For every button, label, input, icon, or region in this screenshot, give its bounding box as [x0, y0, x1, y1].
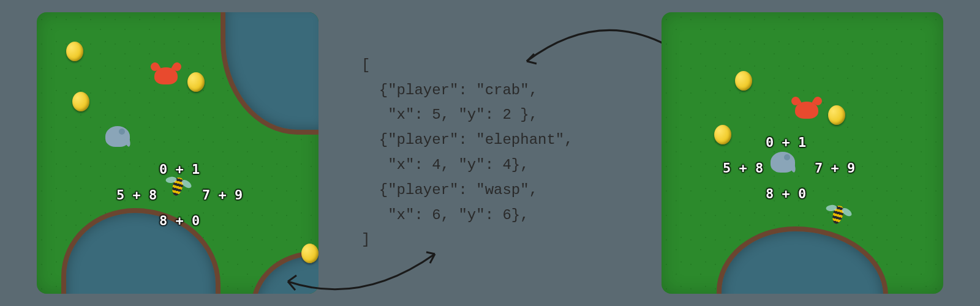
- coin-icon: [828, 105, 845, 125]
- crab-sprite: [154, 67, 178, 84]
- coin-icon: [714, 125, 731, 144]
- coin-icon: [66, 42, 83, 61]
- math-label: 5 + 8: [723, 160, 763, 176]
- coin-icon: [187, 72, 205, 92]
- coin-icon: [301, 244, 318, 263]
- elephant-sprite: [771, 152, 795, 173]
- math-label: 5 + 8: [116, 187, 157, 203]
- json-code-block: [ {"player": "crab", "x": 5, "y": 2 }, {…: [337, 53, 643, 253]
- math-label: 0 + 1: [159, 162, 200, 177]
- math-label: 0 + 1: [766, 135, 806, 150]
- wasp-sprite: [833, 206, 843, 224]
- math-label: 7 + 9: [202, 187, 243, 203]
- elephant-sprite: [105, 126, 130, 147]
- math-label: 8 + 0: [159, 213, 200, 228]
- game-screen-left: 0 + 1 5 + 8 7 + 9 8 + 0: [37, 12, 318, 294]
- crab-sprite: [795, 102, 818, 119]
- game-screen-right: 0 + 1 5 + 8 7 + 9 8 + 0: [662, 12, 943, 294]
- math-label: 8 + 0: [766, 186, 806, 201]
- coin-icon: [72, 92, 89, 111]
- coin-icon: [735, 71, 752, 91]
- math-label: 7 + 9: [815, 160, 855, 176]
- wasp-sprite: [173, 177, 183, 196]
